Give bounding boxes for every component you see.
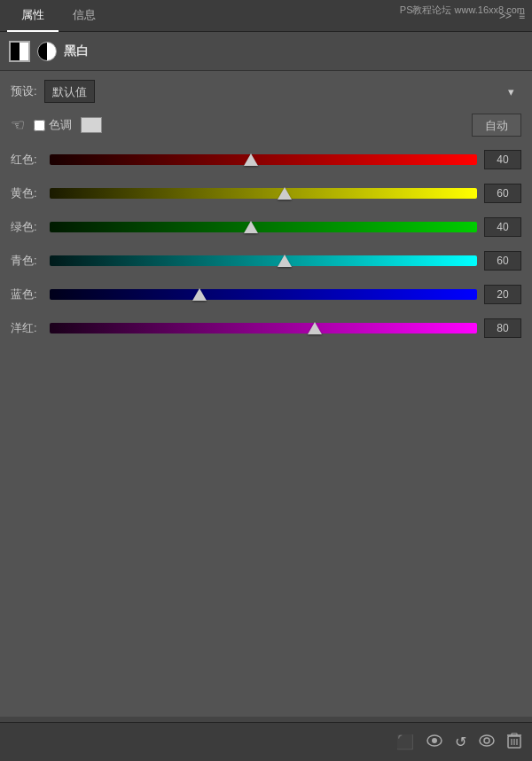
slider-row-3: 青色: (11, 250, 521, 271)
visibility-icon[interactable] (426, 734, 442, 750)
expand-icon[interactable]: >> (499, 10, 512, 22)
value-input-4[interactable] (484, 285, 521, 304)
slider-thumb-5[interactable] (308, 322, 322, 334)
slider-track-2[interactable] (50, 216, 477, 238)
sliders-container: 红色:黄色:绿色:青色:蓝色:洋红: (11, 149, 521, 339)
gradient-bar-0 (50, 154, 477, 165)
slider-row-0: 红色: (11, 149, 521, 170)
preset-select[interactable]: 默认值 (44, 80, 95, 103)
svg-point-3 (484, 738, 489, 743)
panel-header: 黑白 (0, 32, 532, 71)
preset-label: 预设: (11, 83, 37, 99)
panel-body: 预设: 默认值 ☜ 色调 自动 红色:黄色:绿色:青色:蓝色:洋红: (0, 71, 532, 360)
value-input-5[interactable] (484, 318, 521, 338)
svg-point-2 (480, 735, 494, 746)
slider-label-4: 蓝色: (11, 286, 43, 302)
tint-checkbox[interactable] (34, 120, 45, 131)
slider-row-1: 黄色: (11, 183, 521, 204)
view-icon[interactable] (479, 734, 495, 750)
preset-select-wrapper[interactable]: 默认值 (44, 80, 521, 103)
slider-thumb-2[interactable] (244, 221, 258, 233)
auto-button[interactable]: 自动 (472, 114, 521, 137)
black-white-icon-square (9, 41, 30, 62)
value-input-3[interactable] (484, 251, 521, 271)
track-thumb-2[interactable] (50, 216, 477, 238)
hand-tool-icon[interactable]: ☜ (11, 115, 25, 135)
tab-properties[interactable]: 属性 (7, 0, 59, 32)
track-thumb-1[interactable] (50, 183, 477, 204)
black-white-icon-circle (37, 42, 57, 61)
gradient-bar-4 (50, 289, 477, 300)
slider-track-4[interactable] (50, 284, 477, 305)
delete-icon[interactable] (507, 733, 521, 752)
slider-label-2: 绿色: (11, 219, 43, 235)
svg-point-1 (432, 738, 437, 743)
value-input-2[interactable] (484, 217, 521, 237)
tab-bar: 属性 信息 >> ≡ (0, 0, 532, 32)
slider-track-1[interactable] (50, 183, 477, 204)
value-input-1[interactable] (484, 184, 521, 203)
gradient-bar-2 (50, 222, 477, 232)
tint-row: ☜ 色调 自动 (11, 114, 521, 137)
slider-track-0[interactable] (50, 149, 477, 170)
tint-checkbox-label[interactable]: 色调 (34, 117, 72, 133)
slider-track-5[interactable] (50, 318, 477, 339)
gradient-bar-5 (50, 323, 477, 333)
tint-color-swatch[interactable] (81, 117, 102, 133)
slider-track-3[interactable] (50, 250, 477, 271)
track-thumb-0[interactable] (50, 149, 477, 170)
tint-label: 色调 (49, 117, 72, 133)
value-input-0[interactable] (484, 150, 521, 169)
tab-actions: >> ≡ (499, 10, 525, 22)
track-thumb-3[interactable] (50, 250, 477, 271)
slider-thumb-4[interactable] (192, 288, 207, 301)
slider-row-5: 洋红: (11, 318, 521, 339)
tab-info[interactable]: 信息 (59, 0, 110, 32)
slider-label-0: 红色: (11, 152, 43, 168)
track-thumb-4[interactable] (50, 284, 477, 305)
slider-row-2: 绿色: (11, 216, 521, 238)
add-mask-icon[interactable]: ⬛ (396, 734, 414, 750)
reset-icon[interactable]: ↺ (455, 734, 466, 750)
preset-row: 预设: 默认值 (11, 80, 521, 103)
track-thumb-5[interactable] (50, 318, 477, 339)
slider-thumb-3[interactable] (278, 255, 292, 267)
menu-icon[interactable]: ≡ (519, 10, 525, 22)
gradient-bar-3 (50, 255, 477, 266)
slider-label-1: 黄色: (11, 185, 43, 201)
slider-row-4: 蓝色: (11, 284, 521, 305)
slider-thumb-1[interactable] (278, 187, 292, 200)
slider-label-3: 青色: (11, 253, 43, 269)
slider-thumb-0[interactable] (244, 153, 258, 166)
slider-label-5: 洋红: (11, 320, 43, 336)
gradient-bar-1 (50, 188, 477, 199)
panel-title: 黑白 (64, 43, 89, 59)
bottom-toolbar: ⬛ ↺ (0, 722, 532, 761)
